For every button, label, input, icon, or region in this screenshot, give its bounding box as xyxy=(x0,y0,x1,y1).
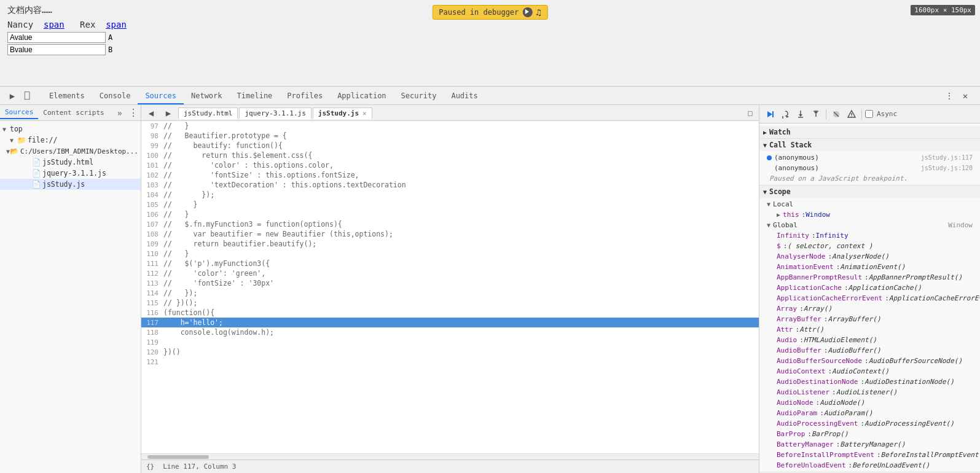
scope-appcache-err[interactable]: ApplicationCacheErrorEvent : Application… xyxy=(759,293,980,303)
deactivate-breakpoints-button[interactable] xyxy=(829,108,843,121)
scope-audioparam[interactable]: AudioParam : AudioParam() xyxy=(759,408,980,418)
sources-tab-chevron-icon[interactable]: » xyxy=(114,108,126,118)
tab-network[interactable]: Network xyxy=(184,88,230,104)
code-line-118: 118 console.log(window.h); xyxy=(141,327,759,337)
watch-section-header[interactable]: ▶ Watch xyxy=(759,126,980,138)
scope-header[interactable]: ▼ Scope xyxy=(759,186,980,198)
call-stack-name-1: (anonymous) xyxy=(774,154,819,162)
tab-sources[interactable]: Sources xyxy=(138,88,184,104)
scope-array-key: Array xyxy=(777,305,797,313)
tree-item-top[interactable]: ▼ top xyxy=(0,123,141,135)
scope-audiodest[interactable]: AudioDestinationNode : AudioDestinationN… xyxy=(759,377,980,387)
code-editor[interactable]: 97// } 98// Beautifier.prototype = { 99/… xyxy=(141,121,759,453)
scope-local-this[interactable]: ▶ this : Window xyxy=(759,209,980,220)
scope-audiobuffersource[interactable]: AudioBufferSourceNode : AudioBufferSourc… xyxy=(759,356,980,366)
scope-attr-colon: : xyxy=(796,326,800,334)
cursor-select-icon[interactable]: ▶ xyxy=(5,88,20,103)
editor-tab-jsstudy-js[interactable]: jsStudy.js ✕ xyxy=(313,108,372,119)
span-tag-1: span xyxy=(44,20,65,29)
sources-panel-tabs: Sources Content scripts » ⋮ xyxy=(0,105,141,121)
step-over-button[interactable] xyxy=(778,108,792,121)
tree-item-jquery-js[interactable]: 📄 jquery-3.1.1.js xyxy=(0,168,141,179)
scope-audiobuffer[interactable]: AudioBuffer : AudioBuffer() xyxy=(759,345,980,356)
scope-audionode[interactable]: AudioNode : AudioNode() xyxy=(759,397,980,408)
step-icon[interactable]: ♫ xyxy=(536,7,541,17)
tab-elements[interactable]: Elements xyxy=(42,88,92,104)
call-stack-dot-1 xyxy=(767,155,772,160)
input-b-field[interactable] xyxy=(7,44,106,55)
tab-timeline[interactable]: Timeline xyxy=(230,88,280,104)
editor-tab-jquery-js[interactable]: jquery-3.1.1.js xyxy=(239,108,311,119)
scope-analyser[interactable]: AnalyserNode : AnalyserNode() xyxy=(759,251,980,262)
sources-panel-menu-icon[interactable]: ⋮ xyxy=(126,107,141,119)
scope-audioprocessing[interactable]: AudioProcessingEvent : AudioProcessingEv… xyxy=(759,418,980,429)
scope-arrow-icon: ▼ xyxy=(763,189,767,195)
sources-tab-content-scripts[interactable]: Content scripts xyxy=(38,107,109,119)
scope-analyser-value: AnalyserNode() xyxy=(832,252,889,260)
scope-audiocontext[interactable]: AudioContext : AudioContext() xyxy=(759,366,980,377)
resume-play-icon[interactable] xyxy=(522,7,532,17)
tab-security[interactable]: Security xyxy=(394,88,444,104)
scope-beforeinstall[interactable]: BeforeInstallPromptEvent : BeforeInstall… xyxy=(759,450,980,460)
paused-message: Paused on a JavaScript breakpoint. xyxy=(759,173,980,184)
scope-barprop[interactable]: BarProp : BarProp() xyxy=(759,429,980,439)
scope-dollar[interactable]: $ : ( seLector, context ) xyxy=(759,241,980,251)
scope-animation[interactable]: AnimationEvent : AnimationEvent() xyxy=(759,262,980,272)
tab-application[interactable]: Application xyxy=(330,88,393,104)
scope-arraybuffer[interactable]: ArrayBuffer : ArrayBuffer() xyxy=(759,314,980,324)
scope-arraybuffer-key: ArrayBuffer xyxy=(777,315,821,323)
scope-appbanner[interactable]: AppBannerPromptResult : AppBannerPromptR… xyxy=(759,272,980,283)
pretty-print-button[interactable]: {} xyxy=(146,463,154,471)
scope-audiobuffersource-key: AudioBufferSourceNode xyxy=(777,357,862,365)
scope-beforeunload[interactable]: BeforeUnloadEvent : BeforeUnLoadEvent() xyxy=(759,460,980,471)
scope-audio[interactable]: Audio : HTMLAudioElement() xyxy=(759,335,980,345)
tab-console[interactable]: Console xyxy=(92,88,138,104)
pause-exceptions-button[interactable] xyxy=(845,108,858,121)
scope-dollar-colon: : xyxy=(783,242,788,250)
tree-item-jsstudy-html[interactable]: 📄 jsStudy.html xyxy=(0,157,141,168)
call-stack-arrow-icon: ▼ xyxy=(763,142,767,149)
call-stack-item-2[interactable]: (anonymous) jsStudy.js:120 xyxy=(759,163,980,173)
step-out-button[interactable] xyxy=(809,108,823,121)
scope-attr[interactable]: Attr : Attr() xyxy=(759,324,980,335)
more-tools-icon[interactable]: ⋮ xyxy=(942,88,957,103)
tab-audits[interactable]: Audits xyxy=(444,88,485,104)
scope-infinity[interactable]: Infinity : Infinity xyxy=(759,230,980,241)
scope-appcache[interactable]: ApplicationCache : ApplicationCache() xyxy=(759,283,980,293)
devtools-panel: ▶ ⎕ Elements Console Sources Network Tim… xyxy=(0,86,980,473)
scope-global-header[interactable]: ▼ Global Window xyxy=(759,220,980,230)
tab-profiles[interactable]: Profiles xyxy=(280,88,330,104)
editor-nav-back-icon[interactable]: ◀ xyxy=(144,107,159,119)
scope-battery[interactable]: BatteryManager : BatteryManager() xyxy=(759,439,980,450)
paused-debugger-banner: Paused in debugger ♫ xyxy=(432,5,547,20)
editor-maximize-icon[interactable]: □ xyxy=(744,107,756,119)
editor-horizontal-scrollbar[interactable] xyxy=(141,453,759,459)
editor-hscroll-thumb[interactable] xyxy=(147,455,209,459)
step-into-button[interactable] xyxy=(794,108,807,121)
close-devtools-icon[interactable]: ✕ xyxy=(958,88,973,103)
watch-label: Watch xyxy=(769,128,791,136)
call-stack-header[interactable]: ▼ Call Stack xyxy=(759,139,980,151)
editor-nav-forward-icon[interactable]: ▶ xyxy=(161,107,176,119)
editor-tab-jsstudy-html[interactable]: jsStudy.html xyxy=(178,108,238,119)
input-a-field[interactable] xyxy=(7,32,106,43)
scope-audiolistener[interactable]: AudioListener : AudioListener() xyxy=(759,387,980,397)
mobile-device-icon[interactable]: ⎕ xyxy=(20,88,34,103)
sources-tab-sources[interactable]: Sources xyxy=(0,106,38,119)
tree-item-jsstudy-js[interactable]: 📄 jsStudy.js xyxy=(0,179,141,190)
scope-infinity-key: Infinity xyxy=(777,232,809,240)
code-line-104: 104// }); xyxy=(141,190,759,200)
editor-tab-close-icon[interactable]: ✕ xyxy=(363,109,367,117)
resume-button[interactable] xyxy=(763,108,777,121)
scope-appbanner-colon: : xyxy=(864,273,869,281)
scope-local-header[interactable]: ▼ Local xyxy=(759,199,980,209)
scope-beforeinstall-key: BeforeInstallPromptEvent xyxy=(777,451,874,459)
tree-item-file[interactable]: ▼ 📁 file:// xyxy=(0,135,141,146)
dimensions-badge: 1600px × 150px xyxy=(911,5,975,15)
code-line-120: 120})() xyxy=(141,347,759,357)
async-checkbox[interactable] xyxy=(865,110,873,118)
scope-array[interactable]: Array : Array() xyxy=(759,303,980,314)
tree-item-desktop-folder[interactable]: ▼ 📂 C:/Users/IBM_ADMIN/Desktop... xyxy=(0,146,141,157)
this-expand-icon: ▶ xyxy=(777,211,780,218)
call-stack-item-1[interactable]: (anonymous) jsStudy.js:117 xyxy=(759,152,980,163)
